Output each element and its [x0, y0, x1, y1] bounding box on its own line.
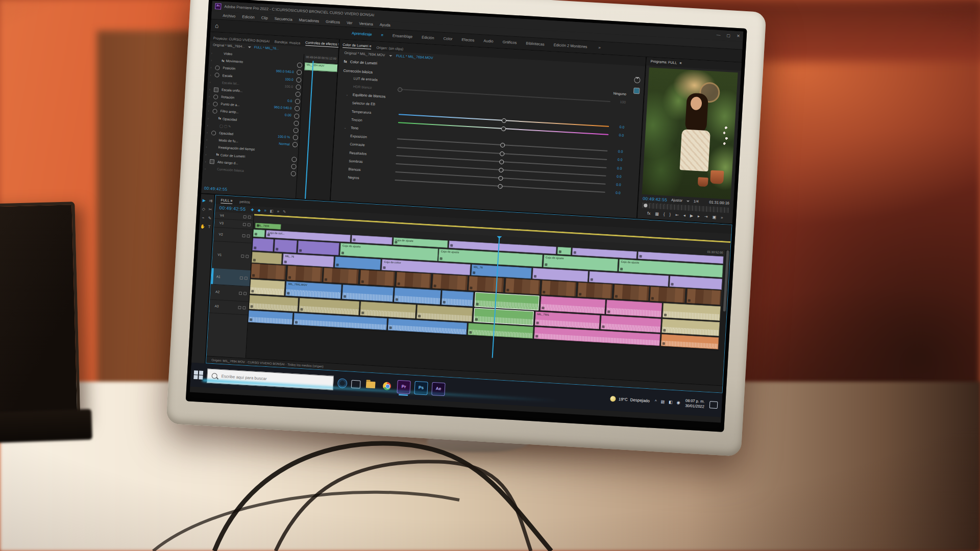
task-view-icon[interactable]: [351, 380, 361, 388]
chevron-icon[interactable]: ›: [205, 167, 208, 170]
mini-playhead[interactable]: [305, 61, 313, 199]
menu-item[interactable]: Archivo: [223, 13, 236, 19]
timeline-clip[interactable]: [359, 270, 395, 287]
chevron-icon[interactable]: ›: [205, 160, 208, 163]
track-toggles[interactable]: [240, 277, 248, 280]
chevron-icon[interactable]: ›: [210, 66, 213, 69]
stopwatch-icon[interactable]: [214, 72, 219, 78]
timeline-clip[interactable]: [441, 290, 474, 307]
transport-button[interactable]: ▶: [690, 213, 693, 218]
stopwatch-icon[interactable]: [212, 109, 217, 114]
workspace-tab[interactable]: Gráficos: [502, 40, 517, 45]
program-timecode[interactable]: 00:49:42:55: [643, 196, 668, 203]
reset-icon[interactable]: [634, 77, 641, 84]
effect-value[interactable]: 100.0: [284, 84, 295, 89]
transport-button[interactable]: ◂: [683, 213, 685, 218]
chevron-icon[interactable]: ›: [210, 80, 213, 84]
tool-icon[interactable]: T: [208, 224, 210, 230]
timeline-clip[interactable]: [557, 247, 572, 256]
transport-button[interactable]: ▸: [698, 214, 700, 219]
lumetri-param-value[interactable]: 0.0: [610, 158, 622, 163]
timeline-clip[interactable]: [342, 285, 394, 303]
tool-icon[interactable]: ▶: [203, 198, 206, 203]
workspace-tab[interactable]: Color: [443, 36, 452, 41]
slider-knob[interactable]: [499, 159, 504, 164]
stopwatch-icon[interactable]: [213, 94, 218, 99]
tool-icon[interactable]: ◇: [202, 207, 206, 212]
slider-knob[interactable]: [499, 168, 504, 173]
sequence-clip-label[interactable]: FULL * MIL_76...: [254, 45, 279, 51]
panel-menu-icon[interactable]: ≡: [679, 61, 682, 65]
chevron-icon[interactable]: ›: [211, 59, 214, 62]
menu-item[interactable]: Ayuda: [380, 22, 391, 28]
lumetri-param-value[interactable]: 100: [614, 99, 626, 105]
chevron-icon[interactable]: ›: [207, 123, 210, 127]
timeline-clip[interactable]: [614, 284, 649, 301]
chevron-icon[interactable]: ›: [210, 73, 213, 77]
fit-dropdown[interactable]: Ajustar: [671, 198, 682, 203]
reset-icon[interactable]: [295, 106, 300, 112]
tool-icon[interactable]: ✎: [208, 216, 211, 221]
timeline-clip[interactable]: [396, 272, 431, 289]
program-title[interactable]: Programa: FULL: [650, 59, 677, 65]
effect-value[interactable]: 960.0 540.0: [276, 69, 296, 74]
slider-knob[interactable]: [498, 184, 503, 189]
enable-checkbox-icon[interactable]: [633, 88, 640, 94]
stopwatch-icon[interactable]: [213, 102, 218, 107]
reset-icon[interactable]: [292, 142, 298, 148]
track-header[interactable]: A3: [209, 299, 249, 315]
timeline-toolbar-icon[interactable]: ◆: [258, 208, 261, 213]
workspace-tab[interactable]: Aprendizaje: [352, 31, 372, 37]
workspace-tab[interactable]: Audio: [483, 39, 494, 44]
chevron-icon[interactable]: ›: [209, 95, 212, 98]
tray-icon[interactable]: ^: [655, 398, 657, 404]
slider-knob[interactable]: [398, 87, 403, 92]
program-video[interactable]: [642, 67, 738, 199]
chevron-icon[interactable]: ›: [208, 116, 211, 120]
timeline-clip[interactable]: [249, 295, 299, 312]
slider-knob[interactable]: [499, 151, 504, 156]
chevron-icon[interactable]: ›: [206, 145, 209, 149]
timeline-clip[interactable]: [298, 240, 340, 256]
transport-button[interactable]: ▣: [712, 215, 716, 220]
reset-icon[interactable]: [293, 128, 299, 133]
transport-button[interactable]: fx: [647, 211, 651, 216]
timeline-clip[interactable]: [274, 239, 297, 254]
reset-icon[interactable]: [296, 92, 301, 97]
timeline-clip[interactable]: [250, 279, 285, 296]
timeline-toolbar-icon[interactable]: ✎: [283, 209, 286, 214]
scrubber-knob[interactable]: [644, 204, 647, 207]
reset-icon[interactable]: [295, 99, 301, 105]
stopwatch-icon[interactable]: [214, 87, 219, 92]
menu-item[interactable]: Edición: [242, 14, 255, 20]
reset-icon[interactable]: [296, 84, 302, 90]
effect-value[interactable]: 100.0 %: [278, 135, 292, 140]
effect-value[interactable]: 0.00: [285, 113, 293, 118]
workspace-tab[interactable]: Edición: [422, 35, 434, 41]
timeline-toolbar-icon[interactable]: ≡: [277, 209, 280, 214]
tool-icon[interactable]: ⌁: [202, 215, 204, 220]
timeline-clip[interactable]: [251, 263, 286, 280]
timeline-clip[interactable]: [650, 286, 685, 303]
lumetri-param-value[interactable]: 0.0: [609, 174, 621, 179]
track-toggles[interactable]: [239, 292, 247, 295]
slider-knob[interactable]: [501, 127, 506, 132]
chevron-icon[interactable]: ›: [208, 109, 211, 113]
effect-value[interactable]: 0.0: [287, 99, 294, 104]
reset-icon[interactable]: [297, 70, 302, 76]
menu-item[interactable]: Ventana: [359, 21, 373, 27]
transport-button[interactable]: }: [669, 212, 671, 217]
lumetri-param-value[interactable]: 0.0: [611, 133, 624, 138]
lumetri-param-value[interactable]: 0.0: [608, 182, 621, 187]
timeline-clip[interactable]: [577, 282, 613, 299]
reset-icon[interactable]: [292, 157, 298, 162]
tool-icon[interactable]: ✂: [208, 207, 212, 212]
transport-button[interactable]: ⇤: [675, 213, 679, 218]
track-toggles[interactable]: [238, 306, 246, 310]
chevron-icon[interactable]: ⌄: [344, 126, 348, 130]
lumetri-param-value[interactable]: 0.0: [610, 149, 623, 154]
timeline-toolbar-icon[interactable]: ◧: [270, 209, 274, 214]
timeline-clip[interactable]: [686, 288, 721, 305]
source-clip-label[interactable]: Original * MIL_7694...: [213, 43, 245, 49]
timeline-clip[interactable]: [468, 276, 504, 293]
